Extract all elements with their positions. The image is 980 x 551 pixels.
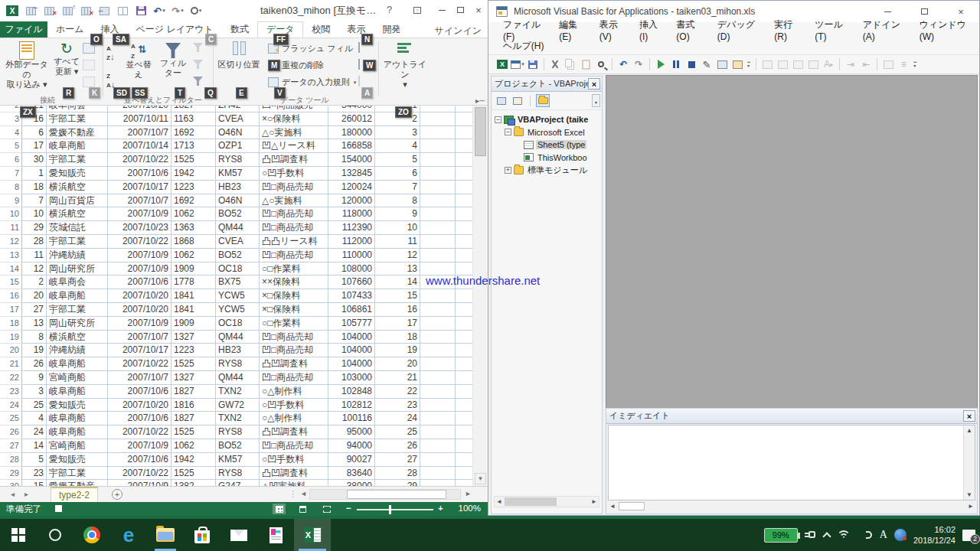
macros-icon[interactable] bbox=[714, 57, 730, 71]
cell[interactable] bbox=[420, 194, 456, 208]
cell[interactable]: 凹□商品売却 bbox=[260, 439, 328, 453]
cell[interactable]: 横浜航空 bbox=[47, 331, 108, 344]
cell[interactable]: ○△制作料 bbox=[260, 412, 328, 425]
cell[interactable]: 2007/10/7 bbox=[108, 194, 172, 208]
cell[interactable]: TXN2 bbox=[216, 412, 260, 425]
cell[interactable]: KM57 bbox=[216, 167, 260, 181]
cell[interactable]: 103000 bbox=[328, 371, 375, 385]
ribbon-display-options-icon[interactable]: ↑ bbox=[407, 0, 427, 20]
help-icon[interactable]: ? bbox=[387, 4, 392, 15]
cell[interactable]: 1327 bbox=[172, 371, 216, 385]
ime-indicator[interactable]: A bbox=[880, 529, 887, 541]
cell[interactable]: 岐阜商船 bbox=[47, 289, 108, 303]
cell[interactable]: 108000 bbox=[328, 262, 375, 276]
cell[interactable]: 8 bbox=[375, 194, 420, 208]
cell[interactable]: 9 bbox=[375, 207, 420, 221]
cell[interactable]: 10 bbox=[375, 221, 420, 235]
cell[interactable]: 1816 bbox=[172, 399, 216, 412]
refresh-all-button[interactable]: ↻ すべて更新 ▾ bbox=[52, 41, 81, 77]
cell[interactable]: 岐阜商船 bbox=[47, 139, 108, 153]
cell[interactable]: 岐阜商船 bbox=[47, 357, 108, 371]
cell[interactable]: ○△制作料 bbox=[260, 385, 328, 399]
cell[interactable]: 19 bbox=[0, 331, 22, 344]
mail-button[interactable] bbox=[220, 519, 257, 551]
cell[interactable]: 凹□商品売却 bbox=[260, 181, 328, 194]
cell[interactable]: 9 bbox=[0, 194, 22, 208]
scrollbar-thumb[interactable] bbox=[475, 107, 486, 156]
cell[interactable]: BO52 bbox=[216, 207, 260, 221]
cell[interactable]: 1692 bbox=[172, 194, 216, 208]
cell[interactable] bbox=[420, 249, 456, 262]
capture-app-button[interactable] bbox=[257, 519, 294, 551]
chrome-button[interactable] bbox=[74, 519, 110, 551]
cell[interactable]: 4 bbox=[375, 139, 420, 153]
cell[interactable]: 凹□商品売却 bbox=[260, 371, 328, 385]
wifi-icon[interactable] bbox=[837, 530, 851, 540]
horizontal-scrollbar[interactable] bbox=[309, 489, 461, 500]
cell[interactable]: 凹△リース料 bbox=[260, 139, 328, 153]
vba-menu-item[interactable]: 表示(V) bbox=[593, 18, 632, 42]
edge-button[interactable]: e bbox=[110, 519, 147, 551]
sign-in-link[interactable]: サインイン bbox=[435, 24, 482, 37]
cell[interactable]: BO52 bbox=[216, 439, 260, 453]
cell[interactable]: 茨城信託 bbox=[47, 221, 108, 235]
cell[interactable]: 1942 bbox=[172, 453, 216, 467]
vba-save-icon[interactable] bbox=[525, 57, 541, 71]
cell[interactable]: 8 bbox=[22, 331, 47, 344]
get-external-data-button[interactable]: 外部データの取り込み ▾ bbox=[5, 41, 49, 90]
search-button[interactable] bbox=[37, 519, 74, 551]
cell[interactable]: 16 bbox=[375, 303, 420, 317]
tree-item[interactable]: +標準モジュール bbox=[492, 164, 602, 177]
cell[interactable]: 180000 bbox=[328, 126, 375, 140]
cell[interactable]: 1909 bbox=[172, 317, 216, 331]
cell[interactable]: 29 bbox=[375, 480, 420, 486]
cell[interactable]: 2007/10/7 bbox=[108, 126, 172, 140]
cell[interactable]: QM44 bbox=[216, 331, 260, 344]
tree-item[interactable]: −VBAProject (taike bbox=[492, 113, 602, 126]
cell[interactable] bbox=[456, 453, 472, 467]
sheet-next-icon[interactable]: ▸ bbox=[24, 490, 28, 498]
cell[interactable] bbox=[456, 153, 472, 167]
cell[interactable] bbox=[456, 139, 472, 153]
cell[interactable]: 260012 bbox=[328, 112, 375, 126]
cell[interactable] bbox=[456, 439, 472, 453]
cell[interactable]: 2007/10/6 bbox=[108, 167, 172, 181]
table-row[interactable]: 2624岐阜商船2007/10/221525RYS8凸凹調査料9500025 bbox=[0, 425, 472, 439]
cell[interactable]: 1868 bbox=[172, 235, 216, 249]
table-row[interactable]: 254岐阜商船2007/10/61827TXN2○△制作料10011624 bbox=[0, 412, 472, 425]
cell[interactable]: 344000 bbox=[328, 106, 375, 112]
cell[interactable]: 25 bbox=[0, 412, 22, 425]
cell[interactable]: 宇部工業 bbox=[47, 235, 108, 249]
touch-mode-icon[interactable]: ▾ bbox=[187, 3, 205, 18]
cell[interactable]: 宇部工業 bbox=[47, 153, 108, 167]
cell[interactable]: 2007/10/9 bbox=[108, 207, 172, 221]
cell[interactable] bbox=[456, 167, 472, 181]
save-icon[interactable] bbox=[132, 3, 150, 18]
expand-icon[interactable]: + bbox=[505, 167, 511, 174]
cell[interactable]: 2007/10/9 bbox=[108, 262, 172, 276]
vba-menu-item[interactable]: 書式(O) bbox=[669, 18, 710, 42]
table-row[interactable]: 2923宇部工業2007/10/221525RYS8凸凹調査料8364028 bbox=[0, 467, 472, 481]
table-row[interactable]: 1727宇部工業2007/10/201841YCW5×□保険料10686116 bbox=[0, 303, 472, 317]
cell[interactable]: 愛媛不動産 bbox=[47, 126, 108, 140]
cell[interactable] bbox=[420, 167, 456, 181]
cell[interactable] bbox=[420, 371, 456, 385]
cell[interactable]: OC18 bbox=[216, 317, 260, 331]
cell[interactable]: 1062 bbox=[172, 249, 216, 262]
cell[interactable]: 132845 bbox=[328, 167, 375, 181]
cell[interactable]: 7 bbox=[375, 181, 420, 194]
immediate-close-icon[interactable]: × bbox=[963, 410, 975, 422]
toolbar-overflow-icon[interactable]: ••▾ bbox=[747, 60, 750, 68]
cell[interactable]: 11 bbox=[22, 249, 47, 262]
cell[interactable]: 1942 bbox=[172, 167, 216, 181]
cell[interactable]: 14 bbox=[375, 276, 420, 289]
cell[interactable]: 1327 bbox=[172, 331, 216, 344]
cell[interactable]: 宇部工業 bbox=[47, 303, 108, 317]
edit-tb-icon-4[interactable] bbox=[805, 57, 821, 71]
cell[interactable] bbox=[420, 303, 456, 317]
properties-window-icon[interactable] bbox=[730, 57, 745, 71]
cell[interactable]: 2007/10/20 bbox=[108, 399, 172, 412]
tab-developer[interactable]: 開発 bbox=[374, 21, 409, 37]
cell[interactable]: 1778 bbox=[172, 276, 216, 289]
vba-menu-item[interactable]: アドイン(A) bbox=[856, 18, 913, 42]
